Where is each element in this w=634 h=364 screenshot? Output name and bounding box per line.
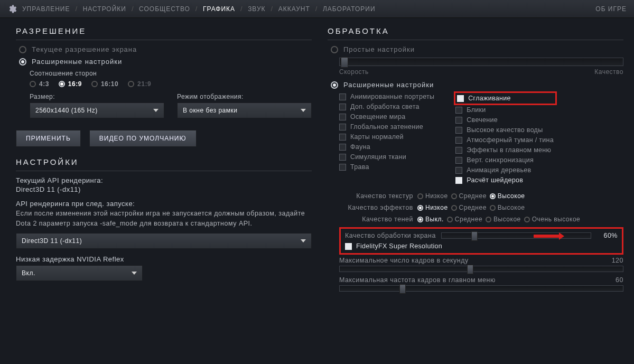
aspect-ratio-options: 4:316:916:1021:9 xyxy=(30,80,312,88)
checkbox-option[interactable]: Трава xyxy=(339,163,434,171)
checkbox-option[interactable]: Фауна xyxy=(339,143,434,151)
aspect-4-3[interactable]: 4:3 xyxy=(30,80,49,88)
size-select[interactable]: 2560x1440 (165 Hz) xyxy=(30,102,164,118)
checkbox-option[interactable]: Доп. обработка света xyxy=(339,103,434,110)
checkbox-col-right: СглаживаниеБликиСвечениеВысокое качество… xyxy=(455,93,554,184)
quality-option[interactable]: Очень высокое xyxy=(524,216,581,223)
checkbox-option[interactable]: Сглаживание xyxy=(454,91,557,105)
quality-option[interactable]: Среднее xyxy=(451,204,487,211)
tab-аккаунт[interactable]: АККАУНТ xyxy=(278,5,310,13)
resolution-title: РАЗРЕШЕНИЕ xyxy=(16,23,312,40)
checkbox-icon xyxy=(345,243,352,250)
tab-list: УПРАВЛЕНИЕ/НАСТРОЙКИ/СООБЩЕСТВО/ГРАФИКА/… xyxy=(22,5,595,13)
shadow-quality-row: Качество теней Выкл.СреднееВысокоеОчень … xyxy=(339,216,623,223)
about-link[interactable]: ОБ ИГРЕ xyxy=(595,5,627,13)
render-quality-label: Качество обработки экрана xyxy=(345,232,436,239)
next-api-label: API рендеринга при след. запуске: xyxy=(16,200,312,208)
chevron-down-icon xyxy=(301,239,306,242)
tab-графика[interactable]: ГРАФИКА xyxy=(203,5,235,13)
checkbox-option[interactable]: Атмосферный туман / тина xyxy=(455,136,554,144)
radio-current-resolution[interactable]: Текущее разрешение экрана xyxy=(19,45,312,53)
checkbox-option[interactable]: Расчёт шейдеров xyxy=(455,176,554,184)
menu-fps-value: 60 xyxy=(616,276,623,284)
tab-звук[interactable]: ЗВУК xyxy=(248,5,265,13)
gear-icon xyxy=(7,4,17,14)
checkbox-option[interactable]: Свечение xyxy=(455,116,554,124)
settings-title: НАСТРОЙКИ xyxy=(16,154,312,171)
checkbox-option[interactable]: Анимация деревьев xyxy=(455,166,554,174)
quality-option[interactable]: Выкл. xyxy=(417,216,444,223)
checkbox-option[interactable]: Верт. синхронизация xyxy=(455,156,554,164)
tab-настройки[interactable]: НАСТРОЙКИ xyxy=(83,5,126,13)
checkbox-icon xyxy=(339,154,346,161)
checkbox-option[interactable]: Симуляция ткани xyxy=(339,153,434,161)
display-mode-select[interactable]: В окне без рамки xyxy=(177,102,312,118)
slider-thumb[interactable] xyxy=(471,231,478,241)
radio-icon xyxy=(331,81,338,89)
checkbox-option[interactable]: Карты нормалей xyxy=(339,133,434,141)
checkbox-icon xyxy=(455,167,462,174)
tab-сообщество[interactable]: СООБЩЕСТВО xyxy=(139,5,190,13)
radio-icon xyxy=(331,46,338,53)
aspect-21-9[interactable]: 21:9 xyxy=(128,80,151,88)
slider-thumb[interactable] xyxy=(341,57,348,68)
checkbox-icon xyxy=(455,177,462,184)
aspect-ratio-label: Соотношение сторон xyxy=(30,70,312,77)
render-quality-slider[interactable] xyxy=(441,232,591,239)
radio-simple-rendering[interactable]: Простые настройки xyxy=(331,45,623,53)
left-column: РАЗРЕШЕНИЕ Текущее разрешение экрана Рас… xyxy=(16,23,312,296)
max-fps-label: Максимальное число кадров в секунду xyxy=(339,257,469,264)
quality-option[interactable]: Высокое xyxy=(490,192,525,200)
checkbox-icon xyxy=(457,95,464,102)
aspect-16-9[interactable]: 16:9 xyxy=(59,80,82,88)
checkbox-option[interactable]: Эффекты в главном меню xyxy=(455,146,554,154)
checkbox-option[interactable]: Высокое качество воды xyxy=(455,126,554,134)
checkbox-icon xyxy=(339,134,346,141)
checkbox-option[interactable]: Освещение мира xyxy=(339,113,434,120)
quality-option[interactable]: Среднее xyxy=(451,192,487,200)
checkbox-icon xyxy=(339,94,346,100)
checkbox-option[interactable]: Блики xyxy=(455,106,554,114)
quality-option[interactable]: Высокое xyxy=(486,216,521,223)
checkbox-icon xyxy=(339,144,346,151)
checkbox-option[interactable]: Глобальное затенение xyxy=(339,123,434,130)
radio-advanced-resolution[interactable]: Расширенные настройки xyxy=(19,58,312,66)
fsr-checkbox[interactable]: FidelityFX Super Resolution xyxy=(345,242,618,250)
chevron-down-icon xyxy=(301,109,306,112)
tab-лаборатории[interactable]: ЛАБОРАТОРИИ xyxy=(323,5,376,13)
current-api-value: Direct3D 11 (-dx11) xyxy=(16,185,312,193)
reflex-select[interactable]: Вкл. xyxy=(16,265,143,281)
slider-label-right: Качество xyxy=(594,68,623,76)
current-api-label: Текущий API рендеринга: xyxy=(16,176,312,184)
slider-label-left: Скорость xyxy=(339,68,369,76)
slider-thumb[interactable] xyxy=(467,265,473,274)
right-column: ОБРАБОТКА Простые настройки Скорость Кач… xyxy=(328,23,623,296)
chevron-down-icon xyxy=(153,109,158,112)
aspect-16-10[interactable]: 16:10 xyxy=(91,80,118,88)
radio-advanced-rendering[interactable]: Расширенные настройки xyxy=(331,81,623,89)
checkbox-icon xyxy=(339,124,346,130)
quality-option[interactable]: Низкое xyxy=(417,192,448,200)
radio-icon xyxy=(19,46,26,53)
chevron-down-icon xyxy=(132,272,137,275)
size-label: Размер: xyxy=(30,93,164,100)
tab-управление[interactable]: УПРАВЛЕНИЕ xyxy=(22,5,70,13)
menu-fps-slider[interactable] xyxy=(339,285,623,292)
simple-quality-slider[interactable] xyxy=(339,58,623,66)
checkbox-option[interactable]: Анимированные портреты xyxy=(339,93,434,100)
rendering-title: ОБРАБОТКА xyxy=(328,23,623,40)
quality-option[interactable]: Высокое xyxy=(490,204,525,211)
quality-option[interactable]: Среднее xyxy=(447,216,482,223)
api-select[interactable]: Direct3D 11 (-dx11) xyxy=(16,233,312,249)
apply-button[interactable]: ПРИМЕНИТЬ xyxy=(16,130,81,147)
checkbox-icon xyxy=(339,164,346,171)
max-fps-slider[interactable] xyxy=(339,266,623,272)
slider-thumb[interactable] xyxy=(399,284,406,294)
menu-fps-label: Максимальная частота кадров в главном ме… xyxy=(339,276,496,284)
quality-option[interactable]: Низкое xyxy=(417,204,448,211)
top-bar: УПРАВЛЕНИЕ/НАСТРОЙКИ/СООБЩЕСТВО/ГРАФИКА/… xyxy=(0,0,634,18)
default-video-button[interactable]: ВИДЕО ПО УМОЛЧАНИЮ xyxy=(89,130,197,147)
render-quality-highlight: Качество обработки экрана 60% FidelityFX… xyxy=(339,227,623,255)
checkbox-icon xyxy=(455,107,462,114)
texture-quality-row: Качество текстур НизкоеСреднееВысокое xyxy=(339,192,623,200)
